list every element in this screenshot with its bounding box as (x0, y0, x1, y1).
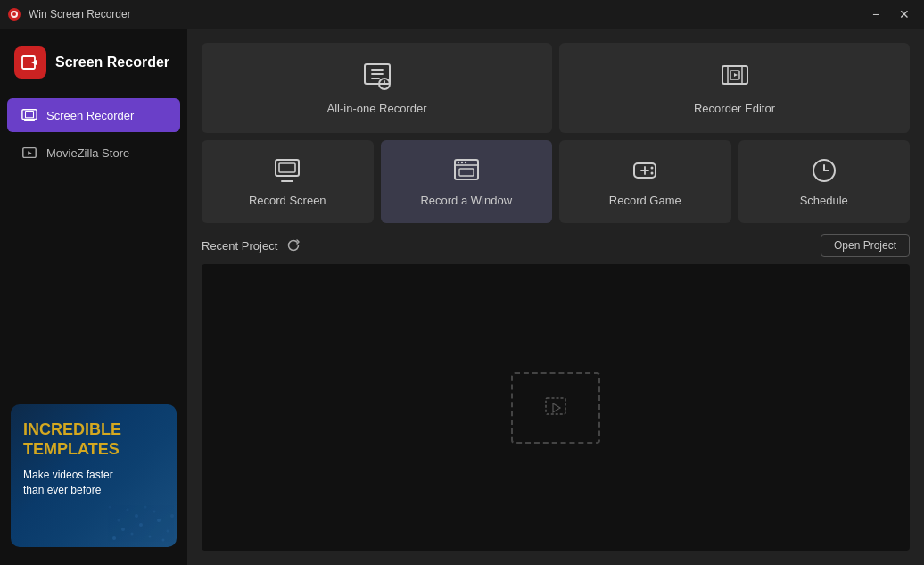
svg-point-14 (167, 530, 169, 533)
title-bar-left: Win Screen Recorder (7, 7, 131, 21)
all-in-one-icon (361, 61, 393, 93)
sidebar-banner[interactable]: INCREDIBLETEMPLATES Make videos fasterth… (11, 404, 177, 547)
recorder-editor-icon (719, 61, 751, 93)
recorder-editor-label: Recorder Editor (694, 102, 775, 115)
preview-placeholder (511, 372, 600, 444)
svg-point-9 (121, 528, 125, 531)
action-buttons-grid: Record Screen Record a Window (202, 140, 910, 223)
svg-point-39 (458, 162, 459, 163)
record-game-icon (631, 156, 659, 185)
svg-point-8 (112, 536, 116, 540)
svg-point-46 (651, 167, 654, 170)
banner-decoration (105, 476, 177, 547)
svg-rect-6 (26, 112, 34, 118)
schedule-button[interactable]: Schedule (738, 140, 911, 223)
schedule-label: Schedule (800, 194, 848, 207)
moviezilla-icon (21, 145, 37, 161)
svg-point-21 (127, 509, 129, 511)
svg-point-13 (157, 519, 161, 522)
all-in-one-recorder-button[interactable]: All-in-one Recorder (202, 43, 552, 133)
svg-point-47 (651, 172, 654, 175)
close-button[interactable]: ✕ (892, 4, 917, 24)
svg-rect-51 (546, 398, 565, 414)
sidebar-item-screen-recorder-label: Screen Recorder (46, 109, 134, 122)
refresh-button[interactable] (285, 237, 302, 254)
sidebar-logo-text: Screen Recorder (55, 54, 169, 71)
sidebar-item-moviezilla-label: MovieZilla Store (46, 146, 129, 160)
record-window-button[interactable]: Record a Window (381, 140, 553, 223)
record-window-icon (452, 156, 481, 185)
minimize-button[interactable]: − (863, 4, 888, 24)
logo-icon (14, 46, 46, 79)
video-placeholder-icon (542, 395, 569, 421)
open-project-button[interactable]: Open Project (821, 234, 910, 257)
sidebar-item-moviezilla[interactable]: MovieZilla Store (7, 136, 180, 170)
recent-project-bar: Recent Project Open Project (202, 234, 910, 257)
main-layout: Screen Recorder Screen Recorder MovieZil… (0, 29, 924, 565)
title-bar: Win Screen Recorder − ✕ (0, 0, 924, 29)
record-game-label: Record Game (609, 194, 681, 207)
record-window-label: Record a Window (420, 194, 512, 207)
svg-point-12 (149, 536, 152, 538)
recent-project-label: Recent Project (202, 239, 277, 253)
svg-point-16 (135, 514, 138, 518)
svg-point-2 (12, 12, 16, 16)
record-logo-icon (21, 53, 40, 72)
top-buttons-grid: All-in-one Recorder Recorder Editor (202, 43, 910, 133)
refresh-icon (286, 238, 301, 253)
svg-point-19 (162, 539, 165, 542)
svg-rect-42 (459, 169, 474, 176)
svg-point-15 (118, 519, 120, 522)
title-bar-controls: − ✕ (863, 4, 917, 24)
svg-point-41 (465, 162, 466, 163)
record-screen-icon (273, 156, 301, 185)
svg-point-10 (131, 533, 134, 536)
sidebar-item-screen-recorder[interactable]: Screen Recorder (7, 98, 180, 132)
banner-title: INCREDIBLETEMPLATES (23, 420, 164, 459)
recorder-editor-button[interactable]: Recorder Editor (559, 43, 910, 133)
recent-project-left: Recent Project (202, 237, 302, 254)
svg-point-18 (170, 514, 174, 518)
svg-point-40 (461, 162, 463, 163)
svg-marker-52 (553, 403, 560, 412)
content-area: All-in-one Recorder Recorder Editor (187, 29, 924, 565)
svg-marker-34 (734, 73, 738, 77)
schedule-icon (810, 156, 838, 185)
sidebar-logo: Screen Recorder (0, 37, 187, 96)
screen-recorder-icon (21, 107, 37, 123)
video-preview-area (202, 264, 910, 551)
all-in-one-label: All-in-one Recorder (327, 102, 427, 115)
svg-point-20 (144, 506, 147, 509)
title-bar-title: Win Screen Recorder (29, 8, 131, 21)
svg-point-22 (109, 506, 111, 509)
sidebar: Screen Recorder Screen Recorder MovieZil… (0, 29, 187, 565)
app-icon (7, 7, 21, 21)
record-game-button[interactable]: Record Game (559, 140, 731, 223)
svg-marker-4 (31, 60, 37, 65)
svg-rect-36 (279, 163, 295, 172)
record-screen-button[interactable]: Record Screen (202, 140, 374, 223)
svg-point-17 (153, 511, 156, 513)
svg-point-11 (139, 523, 143, 527)
record-screen-label: Record Screen (249, 194, 326, 207)
